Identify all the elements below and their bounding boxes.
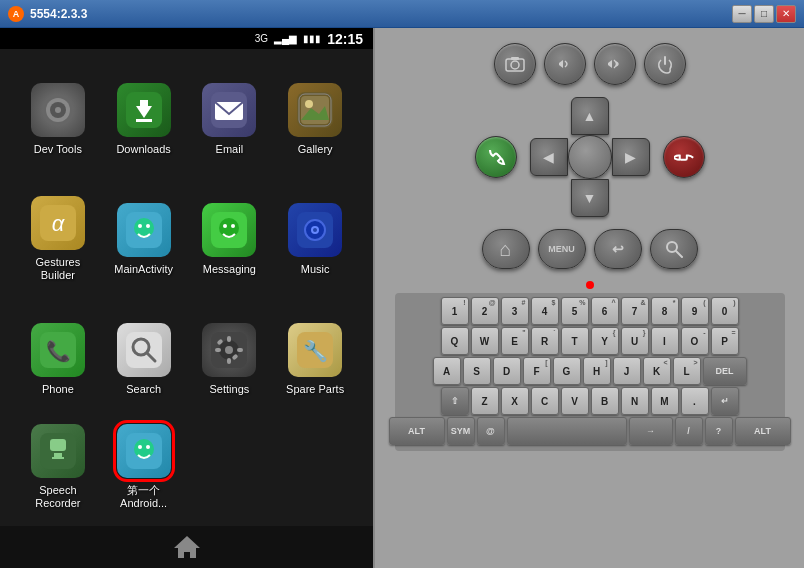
svg-point-21 [223, 224, 227, 228]
key-t[interactable]: T [561, 327, 589, 355]
search-control-button[interactable] [650, 229, 698, 269]
phone-home-button[interactable] [167, 527, 207, 567]
app-speech-recorder[interactable]: Speech Recorder [15, 419, 101, 515]
app-main-activity[interactable]: MainActivity [101, 179, 187, 299]
home-control-button[interactable]: ⌂ [482, 229, 530, 269]
app-icon-settings [202, 323, 256, 377]
app-label-dev-tools: Dev Tools [34, 143, 82, 156]
key-n[interactable]: N [621, 387, 649, 415]
key-8[interactable]: 8* [651, 297, 679, 325]
app-search[interactable]: Search [101, 299, 187, 419]
key-r[interactable]: R` [531, 327, 559, 355]
right-panel: ▲ ◀ ▶ ▼ ⌂ MENU ↩ 1! 2@ [375, 28, 804, 568]
key-q[interactable]: Q [441, 327, 469, 355]
key-p[interactable]: P= [711, 327, 739, 355]
key-g[interactable]: G [553, 357, 581, 385]
keyboard: 1! 2@ 3# 4$ 5% 6^ 7& 8* 9( 0) Q W E" R` … [395, 293, 785, 451]
key-e[interactable]: E" [501, 327, 529, 355]
key-shift[interactable]: ⇧ [441, 387, 469, 415]
app-dev-tools[interactable]: Dev Tools [15, 59, 101, 179]
key-enter[interactable]: ↵ [711, 387, 739, 415]
key-u[interactable]: U} [621, 327, 649, 355]
key-i[interactable]: I [651, 327, 679, 355]
power-button[interactable] [644, 43, 686, 85]
app-downloads[interactable]: Downloads [101, 59, 187, 179]
key-l[interactable]: L> [673, 357, 701, 385]
key-3[interactable]: 3# [501, 297, 529, 325]
key-question[interactable]: ? [705, 417, 733, 445]
key-a[interactable]: A [433, 357, 461, 385]
app-label-downloads: Downloads [116, 143, 170, 156]
key-slash[interactable]: / [675, 417, 703, 445]
dpad-right-button[interactable]: ▶ [612, 138, 650, 176]
app-email[interactable]: Email [187, 59, 273, 179]
key-b[interactable]: B [591, 387, 619, 415]
key-y[interactable]: Y{ [591, 327, 619, 355]
nav-controls-row: ⌂ MENU ↩ [482, 229, 698, 269]
key-w[interactable]: W [471, 327, 499, 355]
app-settings[interactable]: Settings [187, 299, 273, 419]
key-d[interactable]: D [493, 357, 521, 385]
svg-rect-36 [227, 358, 231, 364]
minimize-button[interactable]: ─ [732, 5, 752, 23]
svg-point-2 [55, 107, 61, 113]
key-5[interactable]: 5% [561, 297, 589, 325]
key-period[interactable]: . [681, 387, 709, 415]
app-spare-parts[interactable]: 🔧 Spare Parts [272, 299, 358, 419]
key-del[interactable]: DEL [703, 357, 747, 385]
key-s[interactable]: S [463, 357, 491, 385]
dpad-up-button[interactable]: ▲ [571, 97, 609, 135]
app-gestures-builder[interactable]: α Gestures Builder [15, 179, 101, 299]
titlebar: A 5554:2.3.3 ─ □ ✕ [0, 0, 804, 28]
key-arrow-right[interactable]: → [629, 417, 673, 445]
dpad-center-button[interactable] [568, 135, 612, 179]
key-z[interactable]: Z [471, 387, 499, 415]
end-call-button[interactable] [663, 136, 705, 178]
window-controls: ─ □ ✕ [732, 5, 796, 23]
dpad-down-button[interactable]: ▼ [571, 179, 609, 217]
maximize-button[interactable]: □ [754, 5, 774, 23]
back-button[interactable]: ↩ [594, 229, 642, 269]
key-2[interactable]: 2@ [471, 297, 499, 325]
call-button[interactable] [475, 136, 517, 178]
app-first-android[interactable]: 第一个Android... [101, 419, 187, 515]
app-music[interactable]: Music [272, 179, 358, 299]
app-phone[interactable]: 📞 Phone [15, 299, 101, 419]
menu-button[interactable]: MENU [538, 229, 586, 269]
key-at[interactable]: @ [477, 417, 505, 445]
app-gallery[interactable]: Gallery [272, 59, 358, 179]
app-icon-spare-parts: 🔧 [288, 323, 342, 377]
key-v[interactable]: V [561, 387, 589, 415]
keyboard-row-qwerty: Q W E" R` T Y{ U} I O- P= [399, 327, 781, 355]
svg-point-17 [138, 224, 142, 228]
battery-icon: ▮▮▮ [303, 33, 321, 44]
key-m[interactable]: M [651, 387, 679, 415]
key-9[interactable]: 9( [681, 297, 709, 325]
key-4[interactable]: 4$ [531, 297, 559, 325]
key-x[interactable]: X [501, 387, 529, 415]
volume-up-button[interactable] [594, 43, 636, 85]
key-alt-right[interactable]: ALT [735, 417, 791, 445]
key-k[interactable]: K< [643, 357, 671, 385]
dpad-left-button[interactable]: ◀ [530, 138, 568, 176]
key-c[interactable]: C [531, 387, 559, 415]
key-7[interactable]: 7& [621, 297, 649, 325]
key-f[interactable]: F[ [523, 357, 551, 385]
key-o[interactable]: O- [681, 327, 709, 355]
close-button[interactable]: ✕ [776, 5, 796, 23]
key-sym[interactable]: SYM [447, 417, 475, 445]
camera-button[interactable] [494, 43, 536, 85]
svg-marker-56 [608, 60, 612, 68]
app-grid: Dev Tools Downloads Email Gallery [0, 49, 373, 525]
key-1[interactable]: 1! [441, 297, 469, 325]
key-h[interactable]: H] [583, 357, 611, 385]
app-icon-dev-tools [31, 83, 85, 137]
key-6[interactable]: 6^ [591, 297, 619, 325]
volume-down-button[interactable] [544, 43, 586, 85]
app-icon-email [202, 83, 256, 137]
key-alt-left[interactable]: ALT [389, 417, 445, 445]
key-j[interactable]: J [613, 357, 641, 385]
key-space[interactable] [507, 417, 627, 445]
key-0[interactable]: 0) [711, 297, 739, 325]
app-messaging[interactable]: Messaging [187, 179, 273, 299]
